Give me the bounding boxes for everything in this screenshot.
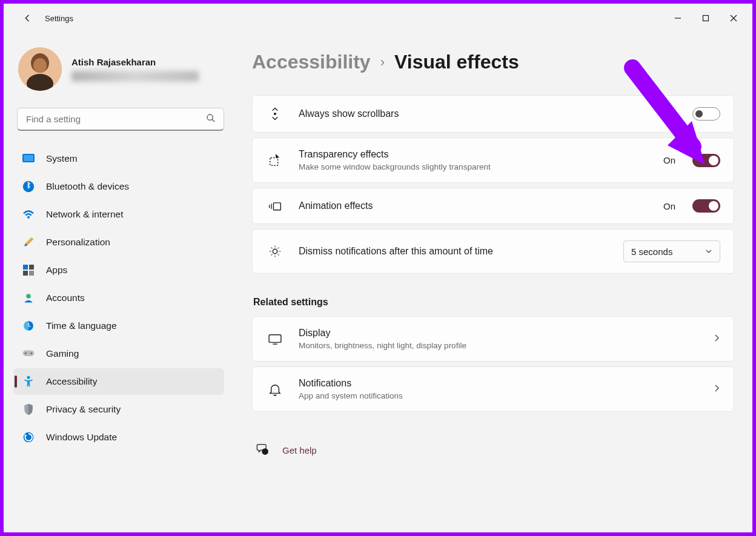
sidebar-item-label: Bluetooth & devices <box>46 181 129 192</box>
sidebar-item-apps[interactable]: Apps <box>13 257 224 283</box>
sidebar-item-label: Apps <box>46 265 67 276</box>
toggle-state-label: On <box>663 201 675 211</box>
chevron-down-icon <box>705 246 712 257</box>
svg-marker-31 <box>276 154 279 157</box>
sidebar-item-personalization[interactable]: Personalization <box>13 229 224 256</box>
app-window: Settings Atish Rajasekharan <box>0 0 756 536</box>
svg-line-40 <box>271 248 273 249</box>
sidebar-item-gaming[interactable]: Gaming <box>13 340 224 367</box>
related-subtitle: Monitors, brightness, night light, displ… <box>299 341 698 350</box>
svg-rect-11 <box>24 155 33 161</box>
accessibility-icon <box>22 375 35 388</box>
accounts-icon <box>22 291 35 305</box>
clock-globe-icon <box>22 319 35 333</box>
search-wrap <box>17 108 224 131</box>
sidebar-item-accessibility[interactable]: Accessibility <box>13 368 224 395</box>
sidebar-item-privacy[interactable]: Privacy & security <box>13 396 224 423</box>
sidebar-item-bluetooth[interactable]: Bluetooth & devices <box>13 173 224 200</box>
paintbrush-icon <box>22 236 35 249</box>
scrollbars-toggle[interactable] <box>692 107 720 121</box>
animation-icon <box>266 200 284 211</box>
window-controls <box>664 7 748 29</box>
animation-toggle[interactable] <box>692 199 720 213</box>
sidebar-item-network[interactable]: Network & internet <box>13 201 224 228</box>
avatar <box>18 47 62 91</box>
chevron-right-icon: › <box>380 55 385 70</box>
setting-title: Transparency effects <box>299 149 649 160</box>
main-content: Accessibility › Visual effects Always sh… <box>234 33 752 532</box>
svg-rect-30 <box>270 157 278 165</box>
related-subtitle: App and system notifications <box>299 391 698 400</box>
sidebar-item-time[interactable]: Time & language <box>13 313 224 339</box>
svg-line-42 <box>271 254 273 256</box>
breadcrumb-parent[interactable]: Accessibility <box>252 51 371 73</box>
shield-icon <box>22 403 35 416</box>
select-value: 5 seconds <box>631 246 672 257</box>
toggle-state-label: Off <box>663 109 675 119</box>
sidebar-item-label: Time & language <box>46 320 117 331</box>
display-icon <box>266 334 284 345</box>
sidebar-item-label: Accounts <box>46 293 85 303</box>
chevron-right-icon <box>713 384 720 395</box>
gaming-icon <box>22 347 35 360</box>
search-icon <box>206 113 216 125</box>
related-settings-header: Related settings <box>253 297 734 308</box>
minimize-button[interactable] <box>664 7 692 29</box>
svg-point-35 <box>273 249 277 253</box>
related-display[interactable]: Display Monitors, brightness, night ligh… <box>252 316 734 362</box>
sidebar-item-system[interactable]: System <box>13 145 224 172</box>
svg-line-41 <box>278 254 279 256</box>
related-notifications[interactable]: Notifications App and system notificatio… <box>252 366 734 412</box>
search-input[interactable] <box>17 108 224 131</box>
svg-point-26 <box>27 376 30 379</box>
toggle-state-label: On <box>663 155 675 165</box>
svg-point-13 <box>27 216 30 219</box>
sidebar-item-accounts[interactable]: Accounts <box>13 285 224 311</box>
svg-rect-15 <box>29 265 34 270</box>
svg-point-8 <box>207 114 213 120</box>
chevron-right-icon <box>713 334 720 345</box>
sidebar-item-update[interactable]: Windows Update <box>13 424 224 451</box>
setting-title: Dismiss notifications after this amount … <box>299 246 609 257</box>
sidebar-item-label: Privacy & security <box>46 404 121 415</box>
svg-rect-14 <box>23 265 28 270</box>
profile-email-redacted <box>71 71 199 82</box>
svg-point-6 <box>33 58 47 73</box>
sidebar-item-label: Accessibility <box>46 376 97 387</box>
svg-line-43 <box>278 248 279 249</box>
svg-line-9 <box>212 119 214 122</box>
setting-animation: Animation effects On <box>252 188 734 224</box>
page-title: Visual effects <box>394 51 519 73</box>
transparency-icon <box>266 154 284 167</box>
maximize-button[interactable] <box>692 7 720 29</box>
sidebar-item-label: Personalization <box>46 237 110 248</box>
setting-title: Always show scrollbars <box>299 108 649 119</box>
related-title: Display <box>299 328 698 339</box>
content-body: Atish Rajasekharan System Bluetooth & de… <box>4 33 752 532</box>
brightness-icon <box>266 245 284 258</box>
svg-point-25 <box>30 352 32 354</box>
transparency-toggle[interactable] <box>692 154 720 167</box>
sidebar-item-label: System <box>46 153 78 164</box>
svg-point-18 <box>26 294 31 299</box>
setting-title: Animation effects <box>299 200 649 211</box>
dismiss-timeout-select[interactable]: 5 seconds <box>623 240 720 262</box>
related-title: Notifications <box>299 378 698 389</box>
svg-rect-16 <box>23 271 28 276</box>
bluetooth-icon <box>22 180 35 193</box>
setting-dismiss-notifications: Dismiss notifications after this amount … <box>252 229 734 274</box>
svg-rect-1 <box>703 16 709 21</box>
back-button[interactable] <box>16 6 40 30</box>
sidebar-item-label: Gaming <box>46 348 79 359</box>
update-icon <box>22 431 35 444</box>
close-button[interactable] <box>720 7 748 29</box>
sidebar: Atish Rajasekharan System Bluetooth & de… <box>4 33 234 532</box>
scrollbar-icon <box>266 107 284 121</box>
svg-text:?: ? <box>264 449 267 454</box>
profile-info: Atish Rajasekharan <box>71 57 199 82</box>
profile-header[interactable]: Atish Rajasekharan <box>13 38 228 97</box>
setting-transparency: Transparency effects Make some window ba… <box>252 137 734 183</box>
get-help-row[interactable]: ? Get help <box>252 442 734 458</box>
apps-icon <box>22 263 35 277</box>
sidebar-item-label: Windows Update <box>46 432 117 443</box>
